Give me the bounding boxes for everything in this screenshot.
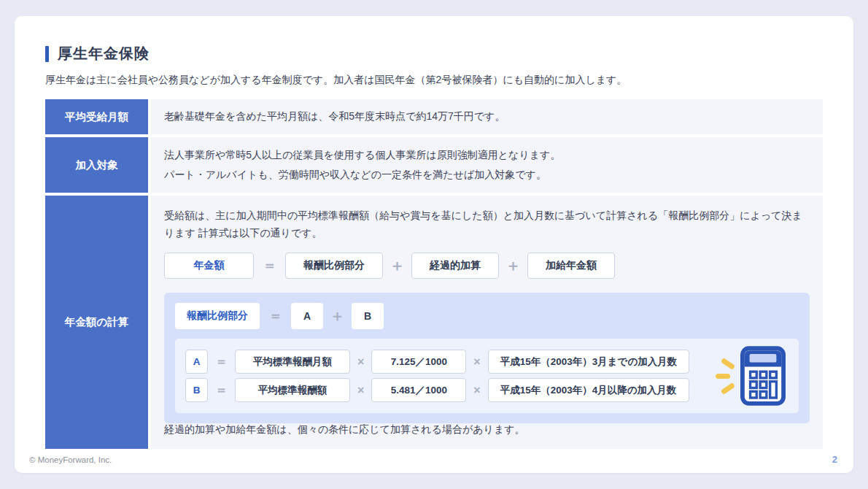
slide-footer: © MoneyForward, Inc. 2 — [29, 454, 837, 465]
calculation-intro: 受給額は、主に加入期間中の平均標準報酬額（給与や賞与を基にした額）と加入月数に基… — [164, 207, 810, 242]
slide-card: 厚生年金保険 厚生年金は主に会社員や公務員などが加入する年金制度です。加入者は国… — [15, 16, 853, 473]
plus-sign: ＋ — [330, 306, 345, 326]
times-sign: × — [473, 384, 480, 397]
calculator-illustration — [721, 346, 786, 406]
sparkle-ray — [716, 374, 730, 379]
equals-sign: ＝ — [263, 256, 276, 275]
calculator-icon — [740, 346, 786, 406]
formula-total: 年金額 ＝ 報酬比例部分 ＋ 経過的加算 ＋ 加給年金額 — [164, 253, 810, 279]
formula-total-term-1-box: 報酬比例部分 — [285, 253, 383, 279]
row-content-calculation: 受給額は、主に加入期間中の平均標準報酬額（給与や賞与を基にした額）と加入月数に基… — [151, 196, 823, 449]
detail-panel: A ＝ 平均標準報酬月額 × 7.125／1000 × 平成15年（2003年）… — [175, 339, 799, 413]
detail-a-label-box: A — [185, 350, 208, 374]
equals-sign: ＝ — [215, 382, 228, 398]
detail-b-factor-3-box: 平成15年（2003年）4月以降の加入月数 — [488, 378, 689, 402]
average-benefit-text: 老齢基礎年金を含めた平均月額は、令和5年度末時点で約14万7千円です。 — [164, 110, 505, 123]
detail-b-factor-1-box: 平均標準報酬額 — [235, 378, 350, 402]
info-table: 平均受給月額 老齢基礎年金を含めた平均月額は、令和5年度末時点で約14万7千円で… — [45, 99, 823, 449]
detail-a-factor-3-box: 平成15年（2003年）3月までの加入月数 — [488, 350, 690, 374]
equals-sign: ＝ — [215, 353, 228, 370]
row-label-average-benefit: 平均受給月額 — [45, 99, 148, 134]
eligibility-line-2: パート・アルバイトも、労働時間や収入などの一定条件を満たせば加入対象です。 — [164, 165, 810, 185]
row-label-calculation: 年金額の計算 — [45, 196, 148, 449]
times-sign: × — [357, 355, 364, 369]
row-content-eligibility: 法人事業所や常時5人以上の従業員を使用する個人事業所は原則強制適用となります。 … — [151, 137, 823, 193]
page-number: 2 — [832, 454, 837, 465]
table-row-eligibility: 加入対象 法人事業所や常時5人以上の従業員を使用する個人事業所は原則強制適用とな… — [45, 137, 823, 193]
detail-a-factor-1-box: 平均標準報酬月額 — [235, 350, 350, 374]
times-sign: × — [357, 384, 364, 397]
calculation-note: 経過的加算や加給年金額は、個々の条件に応じて加算される場合があります。 — [164, 423, 810, 436]
sparkle-rays-icon — [721, 361, 735, 391]
row-label-eligibility: 加入対象 — [45, 137, 148, 193]
table-row-average-benefit: 平均受給月額 老齢基礎年金を含めた平均月額は、令和5年度末時点で約14万7千円で… — [45, 99, 823, 134]
table-row-calculation: 年金額の計算 受給額は、主に加入期間中の平均標準報酬額（給与や賞与を基にした額）… — [45, 196, 823, 449]
copyright-text: © MoneyForward, Inc. — [29, 455, 112, 464]
detail-formulas: A ＝ 平均標準報酬月額 × 7.125／1000 × 平成15年（2003年）… — [185, 350, 689, 402]
formula-breakdown-result-box: 報酬比例部分 — [175, 303, 260, 329]
formula-total-term-3-box: 加給年金額 — [527, 253, 615, 279]
times-sign: × — [473, 355, 480, 369]
plus-sign: ＋ — [505, 255, 521, 276]
formula-total-term-2-box: 経過的加算 — [411, 253, 499, 279]
page-subtitle: 厚生年金は主に会社員や公務員などが加入する年金制度です。加入者は国民年金（第2号… — [45, 74, 823, 87]
title-accent-bar — [45, 46, 49, 62]
equals-sign: ＝ — [268, 307, 282, 326]
sparkle-ray — [721, 382, 735, 394]
page-title-block: 厚生年金保険 — [45, 44, 853, 63]
formula-total-result-box: 年金額 — [164, 253, 254, 279]
plus-sign: ＋ — [390, 255, 405, 276]
formula-breakdown: 報酬比例部分 ＝ A ＋ B — [175, 303, 799, 329]
breakdown-panel: 報酬比例部分 ＝ A ＋ B A ＝ 平均標準報酬月額 × — [164, 293, 810, 423]
formula-breakdown-term-a-box: A — [291, 303, 323, 329]
row-content-average-benefit: 老齢基礎年金を含めた平均月額は、令和5年度末時点で約14万7千円です。 — [151, 99, 823, 134]
page-title: 厚生年金保険 — [58, 44, 150, 63]
detail-row-b: B ＝ 平均標準報酬額 × 5.481／1000 × 平成15年（2003年）4… — [185, 378, 689, 402]
detail-row-a: A ＝ 平均標準報酬月額 × 7.125／1000 × 平成15年（2003年）… — [185, 350, 689, 374]
eligibility-line-1: 法人事業所や常時5人以上の従業員を使用する個人事業所は原則強制適用となります。 — [164, 145, 810, 165]
detail-a-factor-2-box: 7.125／1000 — [371, 350, 466, 374]
detail-b-factor-2-box: 5.481／1000 — [371, 378, 466, 402]
sparkle-ray — [721, 357, 735, 369]
detail-b-label-box: B — [185, 378, 208, 402]
formula-breakdown-term-b-box: B — [352, 303, 384, 329]
